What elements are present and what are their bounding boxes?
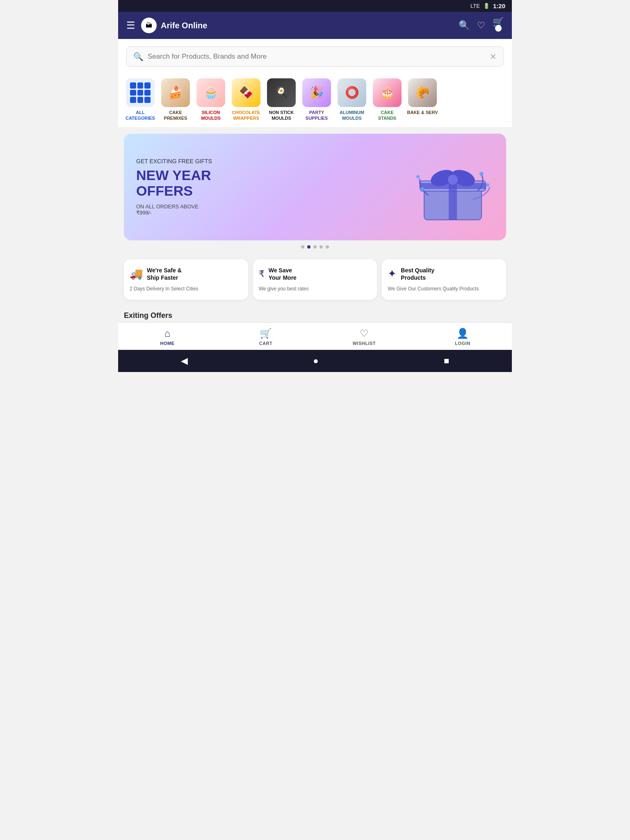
search-icon[interactable]: 🔍	[459, 20, 470, 31]
status-bar: LTE 🔋 1:20	[118, 0, 512, 12]
search-input[interactable]	[148, 52, 486, 61]
logo-icon: 🏔	[141, 18, 157, 33]
signal-icon: LTE	[470, 3, 480, 9]
category-label-all: ALL CATEGORIES	[125, 110, 156, 121]
bottom-nav: ⌂HOME🛒CART♡WISHLIST👤LOGIN	[118, 322, 512, 350]
category-label-party: PARTY SUPPLIES	[301, 110, 332, 121]
svg-point-10	[420, 187, 424, 191]
feature-cards: 🚚We're Safe & Ship Faster2 Days Delivery…	[118, 255, 512, 307]
category-item-all[interactable]: ALL CATEGORIES	[124, 78, 157, 121]
category-label-aluminum: ALUMINUM MOULDS	[337, 110, 368, 121]
menu-icon[interactable]: ☰	[126, 20, 135, 31]
nav-icon-cart: 🛒	[260, 328, 272, 339]
banner-dot-1[interactable]	[307, 245, 310, 249]
banner-dot-2[interactable]	[313, 245, 317, 249]
feature-icon-save: ₹	[259, 269, 265, 279]
feature-card-quality: ✦Best Quality ProductsWe Give Our Custom…	[382, 259, 506, 300]
feature-title-save: We Save Your More	[269, 267, 297, 281]
feature-icon-ship: 🚚	[130, 267, 143, 280]
feature-icon-quality: ✦	[388, 267, 397, 280]
banner-gift-illustration	[412, 146, 494, 228]
banner-dot-3[interactable]	[320, 245, 323, 249]
category-image-cake-premix: 🍰	[161, 78, 190, 107]
category-item-cake-premix[interactable]: 🍰CAKE PREMIXES	[159, 78, 192, 121]
feature-card-ship: 🚚We're Safe & Ship Faster2 Days Delivery…	[124, 259, 248, 300]
feature-desc-quality: We Give Our Customers Quality Products	[388, 285, 500, 292]
nav-label-login: LOGIN	[455, 341, 470, 346]
category-image-non-stick: 🍳	[267, 78, 296, 107]
feature-card-save: ₹We Save Your MoreWe give you best rates	[253, 259, 377, 300]
banner-dot-0[interactable]	[301, 245, 304, 249]
feature-desc-ship: 2 Days Delivery In Select Cities	[130, 285, 242, 292]
nav-item-cart[interactable]: 🛒CART	[217, 323, 315, 350]
android-recent-icon[interactable]: ■	[444, 356, 449, 366]
clear-search-icon[interactable]: ✕	[490, 52, 497, 62]
banner-text: GET EXCITING FREE GIFTS NEW YEAROFFERS O…	[136, 158, 412, 216]
svg-point-7	[479, 172, 484, 176]
nav-label-home: HOME	[160, 341, 175, 346]
banner-subtext: ON ALL ORDERS ABOVE₹999/-	[136, 203, 412, 216]
category-image-cake-stand: 🎂	[373, 78, 402, 107]
clock: 1:20	[493, 2, 505, 9]
category-image-aluminum: ⭕	[338, 78, 366, 107]
category-image-choc-wrap: 🍫	[232, 78, 260, 107]
feature-title-ship: We're Safe & Ship Faster	[147, 267, 182, 281]
category-item-aluminum[interactable]: ⭕ALUMINUM MOULDS	[336, 78, 368, 121]
cart-icon[interactable]: 🛒 0	[493, 17, 504, 34]
category-label-bake: BAKE & SERV	[407, 110, 438, 115]
logo-area: 🏔 Arife Online	[141, 18, 453, 33]
category-item-silicon[interactable]: 🧁SILICON MOULDS	[194, 78, 227, 121]
cart-badge: 0	[495, 25, 502, 32]
android-nav: ◀ ● ■	[118, 350, 512, 372]
nav-icon-wishlist: ♡	[360, 328, 369, 339]
nav-icon-home: ⌂	[164, 328, 171, 339]
banner-section: GET EXCITING FREE GIFTS NEW YEAROFFERS O…	[118, 127, 512, 255]
feature-desc-save: We give you best rates	[259, 285, 372, 292]
nav-icon-login: 👤	[457, 328, 469, 339]
categories-scroll: ALL CATEGORIES🍰CAKE PREMIXES🧁SILICON MOU…	[118, 74, 512, 127]
svg-point-8	[486, 183, 489, 187]
category-label-cake-stand: CAKE STANDS	[372, 110, 403, 121]
app-header: ☰ 🏔 Arife Online 🔍 ♡ 🛒 0	[118, 12, 512, 39]
category-image-bake: 🥐	[408, 78, 437, 107]
banner-dots	[124, 245, 506, 249]
category-label-cake-premix: CAKE PREMIXES	[160, 110, 191, 121]
category-image-party: 🎉	[302, 78, 331, 107]
banner-heading: NEW YEAROFFERS	[136, 168, 412, 199]
search-bar: 🔍 ✕	[126, 46, 504, 67]
category-item-party[interactable]: 🎉PARTY SUPPLIES	[300, 78, 333, 121]
header-icons: 🔍 ♡ 🛒 0	[459, 17, 504, 34]
category-item-choc-wrap[interactable]: 🍫CHOCOLATE WRAPPERS	[230, 78, 262, 121]
app-name: Arife Online	[161, 21, 207, 30]
nav-item-wishlist[interactable]: ♡WISHLIST	[315, 323, 413, 350]
wishlist-icon[interactable]: ♡	[477, 20, 485, 31]
banner-tagline: GET EXCITING FREE GIFTS	[136, 158, 412, 164]
nav-label-wishlist: WISHLIST	[353, 341, 376, 346]
search-input-icon: 🔍	[133, 52, 144, 62]
category-item-bake[interactable]: 🥐BAKE & SERV	[406, 78, 439, 121]
section-heading: Exiting Offers	[118, 307, 512, 322]
nav-item-login[interactable]: 👤LOGIN	[413, 323, 512, 350]
svg-point-6	[448, 175, 458, 185]
category-label-non-stick: NON STICK MOULDS	[266, 110, 297, 121]
svg-point-9	[416, 175, 420, 178]
battery-icon: 🔋	[483, 3, 490, 9]
android-home-icon[interactable]: ●	[313, 356, 318, 366]
feature-title-quality: Best Quality Products	[401, 267, 434, 281]
category-image-silicon: 🧁	[196, 78, 225, 107]
banner: GET EXCITING FREE GIFTS NEW YEAROFFERS O…	[124, 134, 506, 240]
banner-dot-4[interactable]	[326, 245, 329, 249]
android-back-icon[interactable]: ◀	[181, 356, 188, 366]
category-label-choc-wrap: CHOCOLATE WRAPPERS	[231, 110, 262, 121]
search-container: 🔍 ✕	[118, 39, 512, 74]
category-item-non-stick[interactable]: 🍳NON STICK MOULDS	[265, 78, 298, 121]
category-label-silicon: SILICON MOULDS	[196, 110, 226, 121]
category-item-cake-stand[interactable]: 🎂CAKE STANDS	[371, 78, 404, 121]
nav-item-home[interactable]: ⌂HOME	[118, 323, 217, 350]
nav-label-cart: CART	[259, 341, 273, 346]
